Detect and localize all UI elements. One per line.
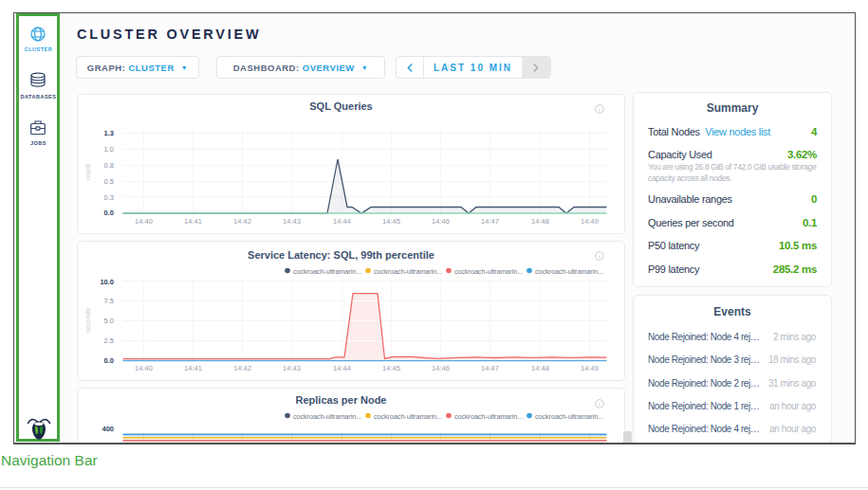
svg-text:14:49: 14:49 [581, 217, 599, 226]
svg-text:SQL Queries: SQL Queries [309, 100, 372, 112]
svg-text:cockroach-ultramarin...: cockroach-ultramarin... [293, 412, 361, 421]
svg-text:cockroach-ultramarin...: cockroach-ultramarin... [454, 412, 523, 421]
svg-text:1.3: 1.3 [104, 129, 114, 137]
svg-text:cockroach-ultramarin...: cockroach-ultramarin... [374, 412, 442, 421]
svg-text:0.0: 0.0 [104, 356, 114, 365]
svg-text:0.3: 0.3 [104, 193, 114, 202]
svg-text:0.0: 0.0 [104, 209, 114, 217]
svg-text:14:47: 14:47 [481, 364, 499, 372]
svg-text:seconds: seconds [84, 307, 91, 333]
svg-text:7.5: 7.5 [104, 297, 114, 305]
svg-text:cockroach-ultramarin...: cockroach-ultramarin... [535, 267, 603, 276]
svg-text:1.0: 1.0 [104, 145, 114, 154]
svg-text:14:40: 14:40 [135, 364, 153, 372]
svg-text:14:40: 14:40 [135, 217, 153, 226]
svg-text:cockroach-ultramarin...: cockroach-ultramarin... [454, 267, 523, 276]
svg-text:400: 400 [102, 425, 114, 433]
svg-text:14:42: 14:42 [233, 217, 251, 226]
svg-text:14:46: 14:46 [432, 217, 450, 226]
svg-text:14:41: 14:41 [184, 364, 202, 372]
svg-text:14:43: 14:43 [283, 217, 301, 226]
svg-text:14:45: 14:45 [382, 364, 400, 372]
svg-text:Replicas per Node: Replicas per Node [296, 394, 387, 406]
svg-text:14:43: 14:43 [283, 364, 301, 372]
svg-text:14:49: 14:49 [581, 364, 599, 372]
svg-text:14:48: 14:48 [531, 364, 549, 372]
svg-text:14:46: 14:46 [432, 364, 450, 372]
svg-text:14:44: 14:44 [333, 217, 351, 226]
svg-text:2.5: 2.5 [104, 336, 114, 345]
svg-text:5.0: 5.0 [104, 317, 114, 325]
svg-text:Service Latency: SQL, 99th per: Service Latency: SQL, 99th percentile [248, 249, 434, 261]
svg-text:14:45: 14:45 [382, 217, 400, 226]
svg-text:14:48: 14:48 [531, 217, 549, 226]
svg-text:cockroach-ultramarin...: cockroach-ultramarin... [293, 267, 361, 276]
svg-text:14:44: 14:44 [333, 364, 351, 372]
svg-text:0.8: 0.8 [104, 161, 114, 170]
svg-text:14:42: 14:42 [233, 364, 251, 372]
svg-text:14:47: 14:47 [481, 217, 499, 226]
svg-text:count: count [84, 164, 91, 180]
svg-text:14:41: 14:41 [184, 217, 202, 226]
svg-text:10.0: 10.0 [100, 278, 114, 286]
svg-text:cockroach-ultramarin...: cockroach-ultramarin... [374, 267, 442, 276]
svg-text:cockroach-ultramarin...: cockroach-ultramarin... [535, 412, 603, 421]
svg-text:0.5: 0.5 [104, 177, 114, 186]
